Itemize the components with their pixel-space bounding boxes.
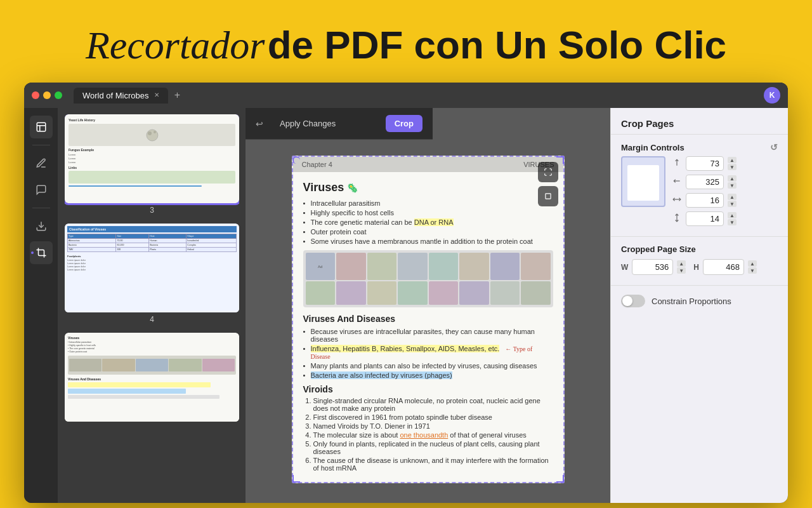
constrain-label: Constrain Proportions	[652, 297, 731, 306]
divider-1	[611, 236, 788, 237]
tab-label: World of Microbes	[82, 91, 149, 100]
margin-top-row: ▲ ▼	[672, 156, 778, 171]
margin-controls-label: Margin Controls	[621, 143, 684, 152]
margin-left-down[interactable]: ▼	[728, 182, 737, 189]
svg-rect-7	[545, 194, 550, 199]
sidebar-divider-2	[32, 208, 50, 208]
bullet-2: Highly specific to host cells	[303, 209, 553, 217]
close-button[interactable]	[32, 91, 39, 99]
chapter-label: Chapter 4	[302, 161, 332, 168]
viroid-6: The cause of the disease is unknown, and…	[313, 457, 553, 472]
pdf-page-header: Chapter 4 VIRUSES	[293, 157, 563, 172]
margin-left-spinner: ▲ ▼	[728, 175, 737, 189]
page-size-row: W ▲ ▼ H ▲ ▼	[621, 259, 778, 275]
hero-title: Recortador de PDF con Un Solo Clic	[0, 22, 812, 68]
thumb-5-image: Viruses • Intracellular parasitism • Hig…	[65, 333, 239, 422]
margin-inputs: ▲ ▼ ▲ ▼	[672, 156, 778, 226]
tab-area: World of Microbes ✕ +	[74, 88, 759, 104]
pdf-area: ↩ Apply Changes Crop	[246, 108, 610, 503]
sidebar-item-export[interactable]	[30, 215, 53, 237]
height-input[interactable]	[703, 259, 744, 275]
pdf-toolbar: ↩ Apply Changes Crop	[246, 108, 433, 140]
hero-italic: Recortador	[86, 23, 265, 67]
hero-bold: de PDF con Un Solo Clic	[268, 23, 726, 67]
pdf-section3-title: Viroids	[303, 384, 553, 394]
apply-changes-button[interactable]: Apply Changes	[271, 115, 344, 132]
sidebar-item-annotate[interactable]	[30, 152, 53, 175]
apply-changes-icon: ↩	[256, 119, 263, 129]
thumbnail-5[interactable]: Viruses • Intracellular parasitism • Hig…	[65, 333, 239, 427]
viroid-5: Only found in plants, replicated in the …	[313, 440, 553, 455]
highlight-bacteria: Bacteria are also infected by viruses (p…	[311, 371, 452, 379]
pdf-section2-title: Viruses And Diseases	[303, 314, 553, 324]
margin-preview	[621, 156, 665, 207]
virus-bullet-2: Influenza, Hepatitis B, Rabies, Smallpox…	[303, 345, 553, 360]
margin-preview-inner	[627, 165, 659, 201]
margin-top-input[interactable]	[686, 156, 724, 171]
traffic-lights	[32, 91, 62, 99]
cropped-page-size-section: Cropped Page Size W ▲ ▼ H ▲ ▼	[611, 239, 788, 283]
divider-2	[611, 285, 788, 286]
margin-width-down[interactable]: ▼	[728, 201, 737, 207]
margin-width-up[interactable]: ▲	[728, 194, 737, 200]
cropped-page-size-label: Cropped Page Size	[621, 244, 778, 254]
height-down[interactable]: ▼	[748, 267, 757, 274]
bullet-5: Some viruses have a membranous mantle in…	[303, 237, 553, 245]
virus-emoji: 🦠	[347, 183, 358, 193]
crop-pages-header: Crop Pages	[611, 108, 788, 135]
width-input[interactable]	[632, 259, 673, 275]
width-up[interactable]: ▲	[677, 260, 686, 267]
sidebar-item-document[interactable]	[30, 116, 53, 138]
margin-height-input[interactable]	[686, 211, 724, 226]
pdf-inner: Viruses 🦠 Intracellular parasitism Highl…	[293, 172, 563, 482]
height-up[interactable]: ▲	[748, 260, 757, 267]
margin-width-spinner: ▲ ▼	[728, 194, 737, 207]
margin-left-input[interactable]	[686, 175, 724, 189]
margin-top-down[interactable]: ▼	[728, 164, 737, 170]
margin-width-input[interactable]	[686, 193, 724, 208]
margin-left-row: ▲ ▼	[672, 175, 778, 189]
thumbnail-panel: Yeast Life History Fungus Example Lorem …	[58, 108, 246, 503]
svg-point-4	[147, 130, 158, 141]
pdf-page: Chapter 4 VIRUSES Viruses 🦠 Intracellula…	[292, 156, 565, 483]
svg-rect-0	[37, 123, 46, 131]
highlight-thousandth: one thousandth	[400, 431, 448, 439]
margin-height-row: ▲ ▼	[672, 211, 778, 226]
viroid-2: First discovered in 1961 from potato spi…	[313, 413, 553, 421]
tab-add-button[interactable]: +	[171, 88, 185, 102]
width-down[interactable]: ▼	[677, 267, 686, 274]
maximize-button[interactable]	[55, 91, 62, 99]
minimize-button[interactable]	[43, 91, 51, 99]
refresh-icon[interactable]: ↺	[770, 142, 778, 152]
thumbnail-3[interactable]: Yeast Life History Fungus Example Lorem …	[65, 114, 239, 218]
margin-top-spinner: ▲ ▼	[728, 157, 737, 170]
margin-height-down[interactable]: ▼	[728, 219, 737, 225]
margin-controls-section: Margin Controls ↺	[611, 135, 788, 156]
margin-left-up[interactable]: ▲	[728, 175, 737, 182]
svg-point-6	[154, 131, 156, 133]
crop-expand-icon[interactable]	[538, 162, 558, 182]
avatar: K	[764, 87, 780, 104]
margin-height-up[interactable]: ▲	[728, 212, 737, 218]
sidebar-divider-1	[32, 145, 50, 145]
virus-bullet-4: Bacteria are also infected by viruses (p…	[303, 371, 553, 379]
thumb-4-image: Classification of Viruses Type Size Host…	[65, 224, 239, 312]
margin-height-spinner: ▲ ▼	[728, 212, 737, 225]
margin-width-row: ▲ ▼	[672, 193, 778, 208]
margin-top-up[interactable]: ▲	[728, 157, 737, 163]
constrain-toggle[interactable]	[621, 295, 645, 307]
thumb-5-label	[65, 422, 239, 427]
left-sidebar	[24, 108, 58, 503]
toggle-thumb	[622, 296, 632, 306]
tab-world-of-microbes[interactable]: World of Microbes ✕	[74, 88, 168, 104]
tab-close-icon[interactable]: ✕	[154, 92, 159, 98]
height-spinner: ▲ ▼	[748, 260, 757, 274]
sidebar-item-crop[interactable]	[30, 241, 53, 264]
bullet-1: Intracellular parasitism	[303, 199, 553, 207]
main-layout: Yeast Life History Fungus Example Lorem …	[24, 108, 788, 503]
thumbnail-4[interactable]: Classification of Viruses Type Size Host…	[65, 224, 239, 328]
sidebar-item-comments[interactable]	[30, 178, 53, 201]
viroid-4: The molecular size is about one thousand…	[313, 431, 553, 439]
crop-button[interactable]: Crop	[386, 115, 422, 132]
margin-height-icon	[672, 213, 682, 224]
